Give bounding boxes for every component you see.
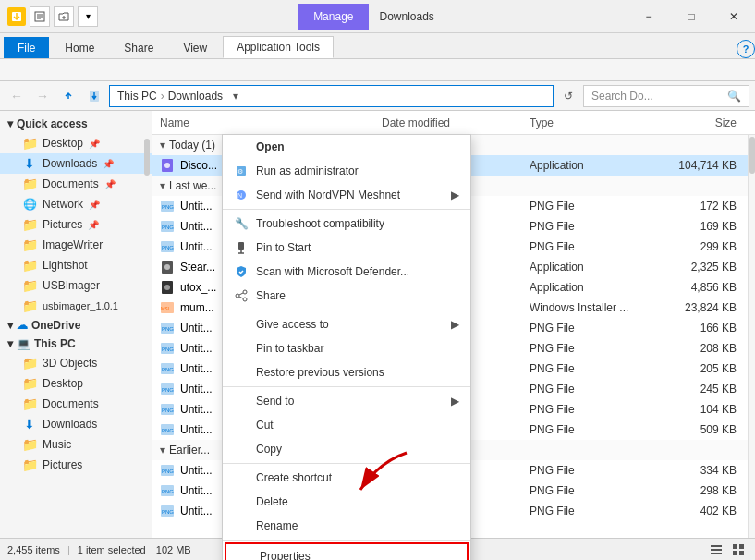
ctx-give-access-label: Give access to xyxy=(256,318,444,331)
network-icon: 🌐 xyxy=(22,197,37,212)
sidebar-onedrive[interactable]: ▾ ☁ OneDrive xyxy=(0,316,152,335)
col-name-header[interactable]: Name xyxy=(152,116,374,129)
forward-button[interactable]: → xyxy=(31,85,54,107)
tab-file[interactable]: File xyxy=(4,37,49,58)
folder-icon-usb: 📁 xyxy=(22,278,37,293)
ctx-rename[interactable]: Rename xyxy=(223,514,470,541)
ctx-run-admin[interactable]: ⚙ Run as administrator xyxy=(223,159,470,183)
pin-taskbar-icon xyxy=(234,341,249,356)
sidebar-item-imagewriter[interactable]: 📁 ImageWriter xyxy=(0,235,152,255)
tiles-view-btn[interactable] xyxy=(729,541,748,559)
ctx-copy[interactable]: Copy xyxy=(223,437,470,464)
download-icon-2: ⬇ xyxy=(22,417,37,432)
sidebar-item-usbimager2[interactable]: 📁 usbimager_1.0.1 xyxy=(0,296,152,316)
window-title: Downloads xyxy=(380,10,434,23)
png-icon-2: PNG xyxy=(160,219,175,234)
sidebar-label-usbimager: USBImager xyxy=(43,279,100,292)
sidebar-item-pictures2[interactable]: 📁 Pictures xyxy=(0,455,152,475)
ctx-rename-label: Rename xyxy=(256,519,459,532)
qat-dropdown-btn[interactable]: ▾ xyxy=(78,6,98,27)
troubleshoot-icon: 🔧 xyxy=(234,216,249,231)
shortcut-icon xyxy=(234,470,249,485)
col-size-header[interactable]: Size xyxy=(651,116,744,129)
address-dropdown-btn[interactable]: ▾ xyxy=(226,85,245,107)
search-placeholder: Search Do... xyxy=(591,90,653,103)
ctx-defender[interactable]: Scan with Microsoft Defender... xyxy=(223,260,470,284)
ctx-nordvpn-label: Send with NordVPN Meshnet xyxy=(256,189,444,201)
ctx-give-access[interactable]: Give access to ▶ xyxy=(223,312,470,336)
svg-point-49 xyxy=(243,298,247,301)
address-path[interactable]: This PC › Downloads ▾ xyxy=(109,85,554,107)
ctx-defender-label: Scan with Microsoft Defender... xyxy=(256,265,459,278)
qat-properties-btn[interactable] xyxy=(30,6,50,27)
file-list-scrollbar[interactable] xyxy=(748,135,755,538)
sidebar-item-lightshot[interactable]: 📁 Lightshot xyxy=(0,255,152,275)
address-part-thispc: This PC xyxy=(117,90,157,103)
search-box[interactable]: Search Do... 🔍 xyxy=(583,85,749,107)
scrollbar-thumb[interactable] xyxy=(749,137,755,174)
sidebar-item-documents2[interactable]: 📁 Documents xyxy=(0,394,152,414)
sidebar-item-3dobjects[interactable]: 📁 3D Objects xyxy=(0,353,152,373)
svg-text:MSI: MSI xyxy=(161,306,169,311)
search-icon: 🔍 xyxy=(727,90,741,103)
svg-text:⚙: ⚙ xyxy=(237,168,243,175)
maximize-btn[interactable]: □ xyxy=(670,0,712,33)
sidebar-label-downloads: Downloads xyxy=(43,157,97,170)
ctx-pin-taskbar[interactable]: Pin to taskbar xyxy=(223,336,470,360)
sidebar-item-desktop[interactable]: 📁 Desktop 📌 xyxy=(0,133,152,153)
ctx-send-to[interactable]: Send to ▶ xyxy=(223,389,470,413)
sidebar-item-desktop2[interactable]: 📁 Desktop xyxy=(0,373,152,394)
sidebar-scrollbar[interactable] xyxy=(144,139,150,176)
up-button[interactable] xyxy=(57,85,79,107)
tab-view[interactable]: View xyxy=(169,37,221,58)
ctx-pin-start[interactable]: Pin to Start xyxy=(223,236,470,260)
ctx-troubleshoot[interactable]: 🔧 Troubleshoot compatibility xyxy=(223,212,470,236)
ctx-restore[interactable]: Restore previous versions xyxy=(223,360,470,387)
tab-home[interactable]: Home xyxy=(51,37,108,58)
sidebar-item-usbimager[interactable]: 📁 USBImager xyxy=(0,275,152,296)
ctx-properties[interactable]: Properties xyxy=(225,542,469,560)
ribbon: File Home Share View Application Tools ? xyxy=(0,33,755,81)
refresh-button[interactable]: ↺ xyxy=(557,85,579,107)
close-btn[interactable]: ✕ xyxy=(712,0,755,33)
sidebar: ▾ Quick access 📁 Desktop 📌 ⬇ Downloads 📌… xyxy=(0,111,152,538)
qat-new-folder-btn[interactable] xyxy=(54,6,74,27)
sidebar-onedrive-label: OneDrive xyxy=(31,319,80,332)
ctx-properties-label: Properties xyxy=(260,550,456,560)
ctx-create-shortcut[interactable]: Create shortcut xyxy=(223,466,470,490)
svg-rect-53 xyxy=(711,545,722,547)
svg-text:PNG: PNG xyxy=(162,387,174,393)
sidebar-quick-access[interactable]: ▾ Quick access xyxy=(0,115,152,133)
pin-start-icon xyxy=(234,240,249,255)
sidebar-item-documents[interactable]: 📁 Documents 📌 xyxy=(0,174,152,194)
send-to-icon xyxy=(234,394,249,408)
help-button[interactable]: ? xyxy=(737,40,755,58)
sidebar-thispc[interactable]: ▾ 💻 This PC xyxy=(0,335,152,353)
sidebar-item-music[interactable]: 📁 Music xyxy=(0,434,152,455)
minimize-btn[interactable]: − xyxy=(627,0,670,33)
svg-rect-55 xyxy=(711,553,722,554)
sidebar-item-network[interactable]: 🌐 Network 📌 xyxy=(0,194,152,214)
chevron-icon-od: ▾ xyxy=(7,319,13,332)
svg-text:PNG: PNG xyxy=(162,204,174,210)
svg-rect-59 xyxy=(739,551,744,555)
ctx-delete[interactable]: Delete xyxy=(223,490,470,514)
ctx-share[interactable]: Share xyxy=(223,284,470,310)
app-icon xyxy=(7,7,26,26)
sidebar-item-downloads[interactable]: ⬇ Downloads 📌 xyxy=(0,153,152,174)
ctx-nordvpn[interactable]: N Send with NordVPN Meshnet ▶ xyxy=(223,183,470,210)
details-view-btn[interactable] xyxy=(707,541,725,559)
tab-share[interactable]: Share xyxy=(110,37,167,58)
share-icon xyxy=(234,288,249,303)
back-button[interactable]: ← xyxy=(6,85,28,107)
col-date-header[interactable]: Date modified xyxy=(374,116,522,129)
ctx-open[interactable]: Open xyxy=(223,135,470,159)
ctx-cut[interactable]: Cut xyxy=(223,413,470,437)
manage-tab[interactable]: Manage xyxy=(298,4,368,30)
pin-icon-pics: 📌 xyxy=(88,220,99,230)
tab-application-tools[interactable]: Application Tools xyxy=(223,36,334,58)
sidebar-item-pictures[interactable]: 📁 Pictures 📌 xyxy=(0,214,152,235)
arrow-icon-access: ▶ xyxy=(451,318,459,331)
sidebar-item-downloads2[interactable]: ⬇ Downloads xyxy=(0,414,152,434)
col-type-header[interactable]: Type xyxy=(522,116,651,129)
